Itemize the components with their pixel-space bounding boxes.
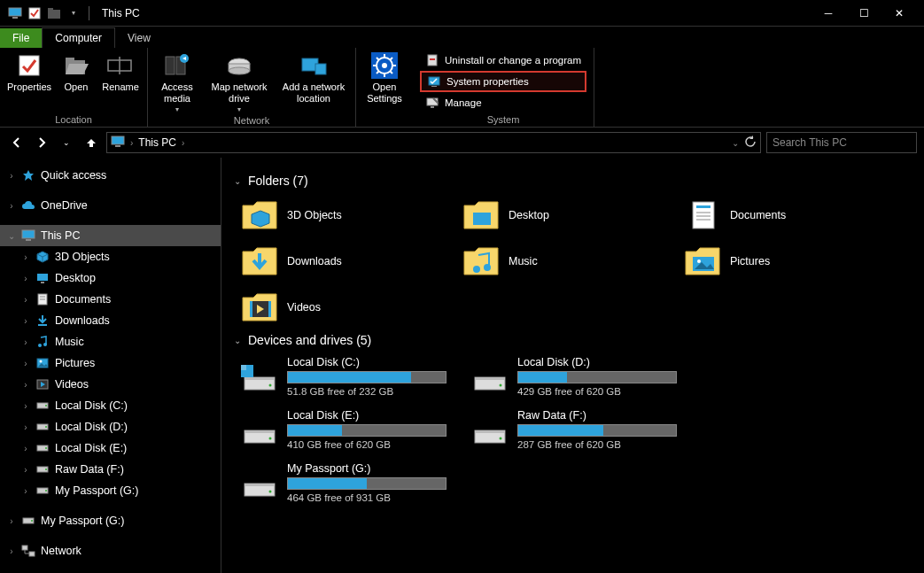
nav-onedrive[interactable]: › OneDrive [0, 195, 221, 216]
folder-music[interactable]: Music [462, 243, 666, 280]
chevron-right-icon[interactable]: › [21, 444, 30, 453]
tab-view[interactable]: View [115, 28, 163, 48]
add-network-location-button[interactable]: Add a network location [279, 51, 348, 104]
rename-icon [106, 51, 135, 80]
rename-label: Rename [102, 81, 139, 93]
drive-free-text: 410 GB free of 620 GB [287, 439, 454, 450]
drive-name: My Passport (G:) [287, 462, 454, 475]
drive-usage-fill [518, 425, 603, 436]
chevron-right-icon[interactable]: › [21, 465, 30, 475]
drive-icon [471, 356, 509, 393]
folder-documents[interactable]: Documents [684, 197, 888, 234]
properties-qat-icon[interactable] [27, 5, 43, 21]
forward-button[interactable] [32, 133, 51, 152]
uninstall-button[interactable]: Uninstall or change a program [420, 51, 586, 69]
nav-local-e[interactable]: ›Local Disk (E:) [0, 437, 221, 459]
nav-network[interactable]: ›Network [0, 540, 221, 561]
chevron-right-icon[interactable]: › [7, 546, 16, 556]
tab-file[interactable]: File [0, 28, 42, 48]
nav-label: Network [41, 545, 82, 557]
chevron-right-icon[interactable]: › [7, 201, 16, 211]
folder-desktop[interactable]: Desktop [462, 197, 666, 234]
nav-pictures[interactable]: ›Pictures [0, 352, 221, 374]
map-drive-button[interactable]: Map network drive ▾ [206, 51, 272, 113]
nav-desktop[interactable]: ›Desktop [0, 267, 221, 289]
breadcrumb[interactable]: This PC [138, 136, 176, 149]
drive-usage-fill [288, 425, 342, 436]
chevron-right-icon[interactable]: › [21, 401, 30, 411]
drive-e[interactable]: Local Disk (E:) 410 GB free of 620 GB [241, 409, 454, 450]
chevron-right-icon[interactable]: › [21, 380, 30, 390]
folder-videos[interactable]: Videos [241, 289, 445, 326]
chevron-right-icon[interactable]: › [21, 486, 30, 496]
drives-section-header[interactable]: ⌄ Devices and drives (5) [234, 333, 912, 347]
drive-name: Raw Data (F:) [517, 409, 684, 422]
refresh-icon[interactable] [744, 136, 757, 151]
ribbon-group-network: Access media ▾ Map network drive ▾ Add a… [148, 48, 356, 127]
chevron-right-icon[interactable]: › [21, 252, 30, 262]
folder-3d-objects[interactable]: 3D Objects [241, 197, 445, 234]
folder-downloads[interactable]: Downloads [241, 243, 445, 280]
chevron-right-icon[interactable]: › [21, 295, 30, 305]
maximize-button[interactable]: ☐ [846, 1, 881, 26]
up-button[interactable] [82, 133, 101, 152]
drive-usage-bar [517, 371, 677, 383]
main-area: › Quick access › OneDrive ⌄ This PC ›3D … [0, 158, 924, 573]
chevron-right-icon[interactable]: › [21, 359, 30, 368]
nav-passport-g[interactable]: ›My Passport (G:) [0, 480, 221, 501]
chevron-right-icon[interactable]: › [7, 171, 16, 181]
nav-videos[interactable]: ›Videos [0, 374, 221, 395]
qat-dropdown-icon[interactable]: ▾ [66, 5, 82, 21]
nav-raw-f[interactable]: ›Raw Data (F:) [0, 459, 221, 480]
chevron-right-icon[interactable]: › [7, 516, 16, 526]
svg-rect-83 [475, 377, 505, 380]
nav-3d-objects[interactable]: ›3D Objects [0, 246, 221, 267]
access-media-icon [163, 51, 191, 80]
back-button[interactable] [7, 133, 27, 152]
search-input[interactable]: Search This PC [766, 132, 917, 153]
tab-computer[interactable]: Computer [42, 27, 115, 48]
open-button[interactable]: Open [58, 51, 94, 93]
nav-local-c[interactable]: ›Local Disk (C:) [0, 395, 221, 416]
dropdown-icon[interactable]: ⌄ [732, 138, 739, 148]
folder-label: Videos [287, 301, 321, 314]
nav-this-pc[interactable]: ⌄ This PC [0, 225, 221, 246]
nav-downloads[interactable]: ›Downloads [0, 310, 221, 331]
drive-c[interactable]: Local Disk (C:) 51.8 GB free of 232 GB [241, 356, 454, 397]
drive-usage-fill [288, 478, 367, 489]
nav-documents[interactable]: ›Documents [0, 289, 221, 310]
nav-music[interactable]: ›Music [0, 331, 221, 352]
folder-icon [241, 197, 278, 234]
ribbon-open-settings: Open Settings [356, 48, 413, 127]
address-bar[interactable]: › This PC › ⌄ [106, 132, 761, 153]
chevron-right-icon[interactable]: › [21, 337, 30, 347]
drive-g[interactable]: My Passport (G:) 464 GB free of 931 GB [241, 462, 454, 503]
chevron-down-icon[interactable]: ⌄ [7, 231, 16, 241]
access-media-button[interactable]: Access media ▾ [155, 51, 199, 113]
folder-pictures[interactable]: Pictures [684, 243, 888, 280]
chevron-right-icon[interactable]: › [21, 274, 30, 283]
folder-label: Desktop [509, 209, 549, 221]
drive-f[interactable]: Raw Data (F:) 287 GB free of 620 GB [471, 409, 684, 450]
nav-quick-access[interactable]: › Quick access [0, 165, 221, 186]
drives-header-label: Devices and drives (5) [248, 333, 371, 347]
recent-dropdown-icon[interactable]: ⌄ [57, 133, 76, 152]
nav-local-d[interactable]: ›Local Disk (D:) [0, 416, 221, 437]
close-button[interactable]: ✕ [881, 1, 917, 26]
open-settings-button[interactable]: Open Settings [363, 51, 406, 104]
drive-d[interactable]: Local Disk (D:) 429 GB free of 620 GB [471, 356, 684, 397]
manage-button[interactable]: Manage [420, 94, 586, 112]
rename-button[interactable]: Rename [101, 51, 140, 93]
chevron-right-icon[interactable]: › [130, 138, 133, 148]
chevron-right-icon[interactable]: › [21, 422, 30, 432]
system-properties-button[interactable]: System properties [420, 71, 586, 92]
content-pane: ⌄ Folders (7) 3D Objects Desktop Documen… [221, 158, 924, 573]
folders-section-header[interactable]: ⌄ Folders (7) [234, 174, 912, 188]
newfolder-qat-icon[interactable] [46, 5, 62, 21]
chevron-right-icon[interactable]: › [21, 316, 30, 326]
chevron-right-icon[interactable]: › [182, 138, 184, 148]
properties-button[interactable]: Properties [7, 51, 51, 93]
minimize-button[interactable]: ─ [811, 1, 846, 26]
nav-passport-g-root[interactable]: ›My Passport (G:) [0, 510, 221, 531]
svg-point-45 [38, 344, 42, 347]
